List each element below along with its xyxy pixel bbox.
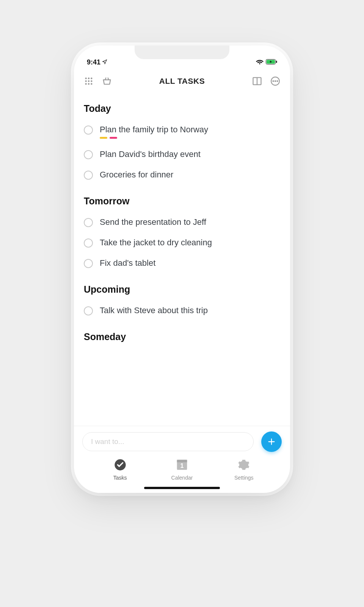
tab-calendar[interactable]: 1 Calendar: [165, 459, 199, 481]
wifi-icon: [256, 58, 264, 66]
task-tags: [100, 137, 208, 139]
status-time: 9:41: [87, 58, 100, 66]
task-row[interactable]: Talk with Steve about this trip: [84, 306, 280, 315]
book-open-icon[interactable]: [251, 75, 264, 88]
task-title: Groceries for dinner: [100, 170, 173, 180]
svg-point-5: [91, 78, 93, 79]
svg-point-17: [277, 81, 278, 82]
section-header-upcoming: Upcoming: [84, 284, 280, 295]
quick-add-input[interactable]: [82, 432, 254, 451]
page-title: ALL TASKS: [119, 77, 245, 86]
svg-point-7: [88, 80, 89, 82]
svg-rect-2: [276, 61, 277, 63]
tag-pink: [110, 137, 117, 139]
task-checkbox[interactable]: [84, 218, 93, 227]
device-notch: [135, 45, 229, 59]
tab-label: Calendar: [171, 475, 193, 481]
tab-settings[interactable]: Settings: [227, 459, 261, 481]
task-title: Plan David's birthday event: [100, 149, 201, 159]
svg-point-15: [273, 81, 274, 82]
nav-bar: ALL TASKS: [74, 68, 290, 94]
svg-point-11: [91, 83, 93, 85]
basket-icon[interactable]: [100, 75, 113, 88]
calendar-icon: 1: [176, 459, 188, 472]
svg-point-3: [85, 78, 87, 79]
task-row[interactable]: Plan the family trip to Norway: [84, 125, 280, 139]
more-horizontal-icon[interactable]: [269, 75, 282, 88]
task-title: Talk with Steve about this trip: [100, 306, 208, 315]
svg-point-6: [85, 80, 87, 82]
add-task-button[interactable]: [261, 431, 282, 452]
check-circle-icon: [114, 459, 126, 472]
svg-text:1: 1: [180, 463, 184, 469]
task-title: Send the presentation to Jeff: [100, 217, 206, 227]
task-checkbox[interactable]: [84, 125, 93, 135]
menu-grid-icon[interactable]: [82, 75, 95, 88]
gear-icon: [238, 459, 250, 472]
section-header-someday: Someday: [84, 331, 280, 342]
quick-add-bar: [74, 426, 290, 455]
section-header-tomorrow: Tomorrow: [84, 196, 280, 207]
task-row[interactable]: Groceries for dinner: [84, 170, 280, 180]
svg-point-10: [88, 83, 89, 85]
task-checkbox[interactable]: [84, 306, 93, 315]
location-arrow-icon: [102, 58, 107, 66]
tag-yellow: [100, 137, 107, 139]
task-row[interactable]: Take the jacket to dry cleaning: [84, 238, 280, 248]
battery-charging-icon: [266, 58, 277, 66]
svg-point-8: [91, 80, 93, 82]
task-checkbox[interactable]: [84, 259, 93, 268]
task-row[interactable]: Send the presentation to Jeff: [84, 217, 280, 227]
svg-point-9: [85, 83, 87, 85]
phone-frame: 9:41 ALL TASKS Toda: [74, 45, 290, 493]
task-checkbox[interactable]: [84, 171, 93, 180]
task-title: Fix dad's tablet: [100, 258, 155, 268]
svg-rect-22: [177, 460, 187, 463]
task-row[interactable]: Plan David's birthday event: [84, 149, 280, 159]
svg-point-16: [275, 81, 276, 82]
task-checkbox[interactable]: [84, 150, 93, 159]
task-checkbox[interactable]: [84, 238, 93, 248]
tab-label: Settings: [234, 475, 254, 481]
task-title: Plan the family trip to Norway: [100, 125, 208, 135]
svg-point-4: [88, 78, 89, 79]
task-title: Take the jacket to dry cleaning: [100, 238, 212, 248]
task-list-scroll[interactable]: Today Plan the family trip to Norway Pla…: [74, 94, 290, 426]
section-header-today: Today: [84, 103, 280, 114]
tab-label: Tasks: [113, 475, 127, 481]
task-row[interactable]: Fix dad's tablet: [84, 258, 280, 268]
tab-tasks[interactable]: Tasks: [103, 459, 137, 481]
home-indicator[interactable]: [144, 487, 220, 489]
